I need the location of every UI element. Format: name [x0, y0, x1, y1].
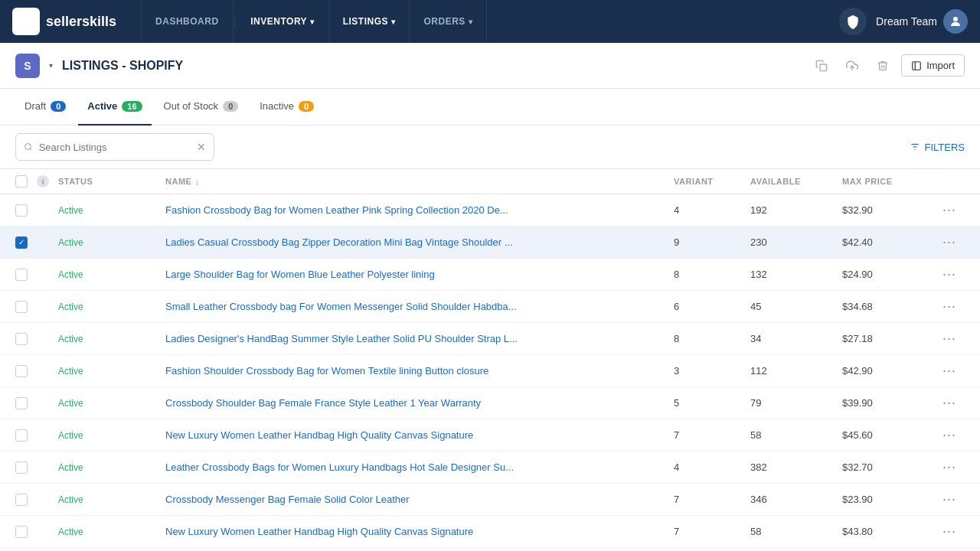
filters-button[interactable]: FILTERS	[910, 142, 965, 153]
table-row[interactable]: Active Crossbody Shoulder Bag Female Fra…	[0, 387, 980, 419]
info-icon[interactable]: i	[37, 175, 49, 187]
tab-out-of-stock[interactable]: Out of Stock 0	[155, 89, 248, 126]
row-product-name[interactable]: Fashion Crossbody Bag for Women Leather …	[165, 204, 674, 216]
logo-icon	[12, 8, 40, 35]
row-more-button[interactable]: ···	[934, 202, 965, 218]
row-checkbox[interactable]	[15, 526, 28, 538]
row-more-button[interactable]: ···	[934, 427, 965, 443]
table-row[interactable]: Active Crossbody Messenger Bag Female So…	[0, 484, 980, 516]
table-row[interactable]: ✓ Active Ladies Casual Crossbody Bag Zip…	[0, 227, 980, 259]
row-product-name[interactable]: Leather Crossbody Bags for Women Luxury …	[165, 461, 674, 473]
row-variant: 4	[674, 461, 750, 473]
row-max-price: $27.18	[842, 333, 934, 344]
svg-rect-1	[820, 64, 827, 71]
row-product-name[interactable]: New Luxury Women Leather Handbag High Qu…	[165, 526, 674, 537]
row-variant: 4	[674, 204, 750, 216]
row-more-button[interactable]: ···	[934, 523, 965, 540]
row-available: 58	[750, 429, 842, 441]
row-product-name[interactable]: Ladies Casual Crossbody Bag Zipper Decor…	[165, 236, 674, 248]
row-checkbox[interactable]	[15, 429, 28, 442]
nav-listings[interactable]: LISTINGS ▾	[329, 0, 410, 43]
row-more-button[interactable]: ···	[934, 459, 965, 475]
row-checkbox[interactable]	[15, 365, 28, 377]
col-name[interactable]: NAME ↓	[165, 177, 674, 186]
table-row[interactable]: Active Large Shoulder Bag for Women Blue…	[0, 259, 980, 291]
upload-button[interactable]	[840, 54, 864, 78]
svg-line-6	[30, 148, 31, 150]
user-avatar	[943, 9, 968, 34]
row-more-button[interactable]: ···	[934, 331, 965, 347]
row-available: 58	[750, 526, 842, 537]
nav-dashboard[interactable]: DASHBOARD	[141, 0, 234, 43]
tab-inactive[interactable]: Inactive 0	[250, 89, 323, 126]
svg-point-0	[953, 17, 958, 21]
user-menu[interactable]: Dream Team	[876, 9, 968, 34]
tab-active[interactable]: Active 16	[78, 89, 151, 126]
nav-inventory[interactable]: INVENTORY ▾	[237, 0, 328, 43]
delete-button[interactable]	[871, 54, 895, 78]
row-variant: 9	[674, 236, 750, 248]
search-box[interactable]: ✕	[15, 133, 214, 161]
row-product-name[interactable]: Ladies Designer's HandBag Summer Style L…	[165, 333, 674, 344]
search-clear-button[interactable]: ✕	[197, 141, 206, 153]
svg-point-5	[24, 144, 31, 150]
copy-button[interactable]	[809, 54, 834, 78]
tab-active-label: Active	[87, 100, 117, 112]
table-row[interactable]: Active Small Leather Crossbody bag For W…	[0, 291, 980, 323]
row-more-button[interactable]: ···	[934, 234, 965, 250]
listings-chevron: ▾	[391, 18, 396, 26]
row-more-button[interactable]: ···	[934, 363, 965, 379]
row-available: 34	[750, 333, 842, 344]
row-checkbox[interactable]	[15, 301, 28, 313]
tab-draft[interactable]: Draft 0	[15, 89, 75, 126]
row-max-price: $45.60	[842, 429, 934, 441]
row-checkbox[interactable]	[15, 204, 28, 217]
row-product-name[interactable]: Small Leather Crossbody bag For Women Me…	[165, 301, 674, 312]
shopify-icon: S	[15, 54, 40, 78]
tab-inactive-label: Inactive	[260, 100, 294, 112]
row-max-price: $24.90	[842, 269, 934, 280]
row-product-name[interactable]: Large Shoulder Bag for Women Blue Leathe…	[165, 269, 674, 280]
select-all-checkbox[interactable]	[15, 175, 28, 187]
row-checkbox[interactable]	[15, 494, 28, 506]
row-product-name[interactable]: Fashion Shoulder Crossbody Bag for Women…	[165, 365, 674, 377]
store-dropdown[interactable]: ▾	[49, 61, 53, 70]
row-product-name[interactable]: Crossbody Messenger Bag Female Solid Col…	[165, 494, 674, 505]
logo[interactable]: sellerskills	[12, 8, 116, 35]
col-status: STATUS	[58, 177, 165, 186]
nav-orders[interactable]: ORDERS ▾	[410, 0, 487, 43]
row-available: 45	[750, 301, 842, 312]
tabs-bar: Draft 0 Active 16 Out of Stock 0 Inactiv…	[0, 89, 980, 126]
col-variant: VARIANT	[674, 177, 750, 186]
navigation: sellerskills DASHBOARD | INVENTORY ▾ LIS…	[0, 0, 980, 43]
row-available: 346	[750, 494, 842, 505]
row-status: Active	[58, 430, 165, 441]
row-more-button[interactable]: ···	[934, 266, 965, 282]
nav-icon-button[interactable]	[839, 8, 867, 35]
row-checkbox[interactable]	[15, 269, 28, 281]
nav-right: Dream Team	[839, 8, 968, 35]
row-product-name[interactable]: New Luxury Women Leather Handbag High Qu…	[165, 429, 674, 441]
search-input[interactable]	[39, 142, 191, 153]
row-more-button[interactable]: ···	[934, 298, 965, 315]
row-checkbox[interactable]	[15, 333, 28, 345]
table-row[interactable]: Active Fashion Shoulder Crossbody Bag fo…	[0, 355, 980, 387]
user-name: Dream Team	[876, 15, 937, 28]
import-button[interactable]: Import	[901, 54, 965, 77]
row-checkbox[interactable]: ✓	[15, 236, 28, 249]
row-available: 382	[750, 461, 842, 473]
row-checkbox[interactable]	[15, 397, 28, 409]
table-row[interactable]: Active Leather Crossbody Bags for Women …	[0, 548, 980, 551]
row-available: 230	[750, 236, 842, 248]
row-product-name[interactable]: Crossbody Shoulder Bag Female France Sty…	[165, 397, 674, 409]
row-more-button[interactable]: ···	[934, 395, 965, 411]
table-row[interactable]: Active Ladies Designer's HandBag Summer …	[0, 323, 980, 355]
table-row[interactable]: Active Leather Crossbody Bags for Women …	[0, 452, 980, 484]
table-row[interactable]: Active Fashion Crossbody Bag for Women L…	[0, 194, 980, 227]
row-checkbox[interactable]	[15, 461, 28, 474]
table-row[interactable]: Active New Luxury Women Leather Handbag …	[0, 419, 980, 452]
inventory-chevron: ▾	[310, 18, 315, 26]
row-max-price: $42.90	[842, 365, 934, 377]
row-more-button[interactable]: ···	[934, 491, 965, 507]
table-row[interactable]: Active New Luxury Women Leather Handbag …	[0, 516, 980, 548]
